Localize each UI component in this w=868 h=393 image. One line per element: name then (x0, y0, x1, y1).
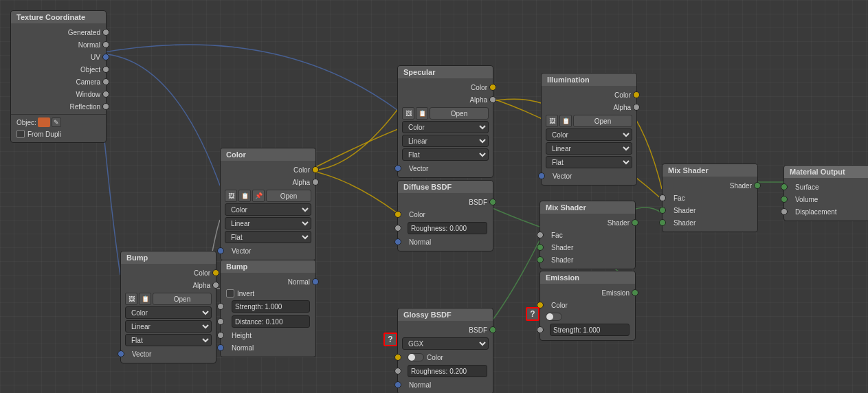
color-vector-socket[interactable] (217, 247, 224, 254)
illum-icons: 🖼 📋 Open (546, 115, 632, 127)
glossy-header[interactable]: Glossy BSDF (398, 308, 493, 321)
glossy-roughness-socket[interactable] (394, 368, 401, 374)
color-icon2[interactable]: 📋 (238, 190, 251, 202)
emission-strength-value[interactable]: Strength: 1.000 (550, 324, 630, 336)
illumination-header[interactable]: Illumination (542, 74, 636, 86)
diffuse-normal-socket[interactable] (394, 238, 401, 245)
specular-linear-select[interactable]: Linear (402, 135, 489, 147)
mix-shader-2-header[interactable]: Mix Shader (663, 164, 757, 177)
illum-color-socket[interactable] (633, 91, 640, 98)
mix-shader-1-header[interactable]: Mix Shader (540, 201, 635, 214)
emission-strength-socket[interactable] (537, 326, 544, 333)
illum-vector-socket[interactable] (538, 172, 545, 179)
glossy-color-toggle[interactable] (408, 353, 424, 361)
specular-header[interactable]: Specular (398, 66, 493, 78)
bump-node-1-header[interactable]: Bump (121, 251, 216, 264)
color-node-header[interactable]: Color (221, 148, 315, 161)
illum-linear-select[interactable]: Linear (546, 142, 632, 155)
mix2-fac-socket[interactable] (659, 194, 666, 201)
color-select[interactable]: Color (225, 203, 311, 216)
bump1-vector-socket[interactable] (118, 350, 124, 357)
illum-icon2[interactable]: 📋 (559, 115, 572, 127)
object-socket[interactable] (102, 66, 109, 73)
mix1-shader-socket[interactable] (632, 219, 638, 226)
from-dupli-checkbox[interactable]: From Dupli (11, 128, 106, 139)
texture-coordinate-header[interactable]: Texture Coordinate (11, 11, 106, 23)
specular-color-select[interactable]: Color (402, 121, 489, 133)
emission-shader-socket[interactable] (632, 289, 638, 296)
bump1-alpha-socket[interactable] (212, 282, 219, 289)
camera-socket[interactable] (102, 78, 109, 85)
mix1-shader2-socket[interactable] (537, 256, 544, 263)
illum-open-button[interactable]: Open (573, 115, 632, 127)
glossy-bsdf-socket[interactable] (489, 326, 496, 333)
glossy-roughness-value[interactable]: Roughness: 0.200 (408, 365, 487, 377)
specular-icon2[interactable]: 📋 (416, 107, 428, 120)
color-icon1[interactable]: 🖼 (225, 190, 237, 202)
illum-alpha-socket[interactable] (633, 104, 640, 111)
bump1-flat-select[interactable]: Flat (125, 334, 212, 346)
diffuse-header[interactable]: Diffuse BSDF (398, 181, 493, 193)
bump1-color-select[interactable]: Color (125, 306, 212, 319)
bump2-normal-socket[interactable] (312, 278, 319, 285)
from-dupli-check[interactable] (16, 130, 25, 138)
alpha-out-socket[interactable] (312, 179, 319, 186)
glossy-color-socket[interactable] (394, 354, 401, 361)
question-mark-1[interactable]: ? (383, 333, 397, 346)
emission-toggle[interactable] (546, 313, 562, 321)
uv-socket[interactable] (102, 54, 109, 60)
mix-shader-1-title: Mix Shader (546, 203, 586, 212)
invert-check[interactable] (226, 289, 234, 297)
bump1-open-button[interactable]: Open (153, 293, 212, 305)
mix1-shader1-socket[interactable] (537, 244, 544, 251)
color-flat-select[interactable]: Flat (225, 231, 311, 243)
window-socket[interactable] (102, 91, 109, 98)
bump1-icon1[interactable]: 🖼 (125, 293, 137, 305)
question-mark-2[interactable]: ? (526, 307, 539, 321)
bump2-strength-value[interactable]: Strength: 1.000 (232, 300, 310, 313)
specular-flat-select[interactable]: Flat (402, 148, 489, 161)
glossy-normal-socket[interactable] (394, 381, 401, 388)
bump-node-2-header[interactable]: Bump (221, 260, 315, 273)
normal-socket[interactable] (102, 41, 109, 48)
emission-header[interactable]: Emission (540, 271, 635, 284)
mix1-fac-socket[interactable] (537, 232, 544, 238)
bump1-linear-select[interactable]: Linear (125, 320, 212, 333)
diffuse-roughness-value[interactable]: Roughness: 0.000 (408, 222, 487, 234)
mix2-shader1-socket[interactable] (659, 207, 666, 214)
specular-icon1[interactable]: 🖼 (402, 107, 414, 120)
generated-socket[interactable] (102, 29, 109, 36)
color-out-socket[interactable] (312, 166, 319, 173)
diffuse-roughness-socket[interactable] (394, 225, 401, 232)
bump2-strength-socket[interactable] (217, 303, 224, 310)
mix2-shader2-socket[interactable] (659, 219, 666, 226)
specular-alpha-socket[interactable] (489, 96, 496, 103)
glossy-ggx-select[interactable]: GGX (402, 337, 489, 350)
object-edit-icon[interactable]: ✎ (52, 117, 61, 127)
bump2-distance-value[interactable]: Distance: 0.100 (232, 315, 310, 328)
illum-color-select[interactable]: Color (546, 128, 632, 141)
bump2-distance-socket[interactable] (217, 318, 224, 325)
matout-displacement-socket[interactable] (781, 208, 788, 215)
specular-vector-socket[interactable] (394, 165, 401, 172)
material-output-header[interactable]: Material Output (784, 166, 868, 178)
illum-flat-select[interactable]: Flat (546, 156, 632, 168)
illum-icon1[interactable]: 🖼 (546, 115, 558, 127)
specular-color-socket[interactable] (489, 84, 496, 91)
bump1-color-socket[interactable] (212, 269, 219, 276)
object-color-swatch[interactable] (38, 117, 50, 127)
color-icon3[interactable]: 📌 (252, 190, 265, 202)
matout-volume-socket[interactable] (781, 196, 788, 203)
bump1-icon2[interactable]: 📋 (139, 293, 151, 305)
invert-checkbox[interactable]: Invert (221, 288, 315, 299)
specular-open-button[interactable]: Open (430, 107, 489, 120)
bump2-height-socket[interactable] (217, 332, 224, 339)
diffuse-bsdf-socket[interactable] (489, 199, 496, 205)
reflection-socket[interactable] (102, 103, 109, 110)
matout-surface-socket[interactable] (781, 183, 788, 190)
bump2-normal-in-socket[interactable] (217, 344, 224, 351)
diffuse-color-socket[interactable] (394, 211, 401, 218)
color-open-button[interactable]: Open (266, 190, 311, 202)
color-linear-select[interactable]: Linear (225, 217, 311, 229)
mix2-shader-socket[interactable] (754, 182, 761, 189)
